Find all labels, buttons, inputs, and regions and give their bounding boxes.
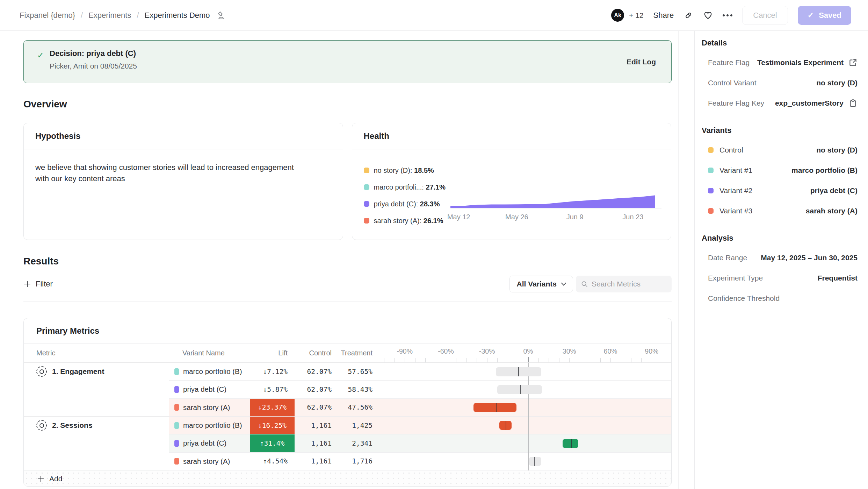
- plus-icon: [23, 280, 31, 288]
- add-metric-button[interactable]: Add: [24, 470, 671, 487]
- variant-name: sarah story (A): [183, 403, 230, 412]
- sidebar-row-label: Variant #2: [719, 186, 752, 195]
- more-options-icon[interactable]: [723, 14, 732, 16]
- metrics-search: [576, 276, 672, 292]
- sidebar-row: Control Variantno story (D): [702, 73, 858, 93]
- health-chart-x-axis: May 12May 26Jun 9Jun 23: [450, 213, 662, 222]
- legend-swatch: [364, 201, 369, 207]
- details-heading: Details: [702, 38, 858, 48]
- external-link-icon[interactable]: [848, 58, 858, 67]
- control-value: 1,161: [295, 453, 332, 470]
- saved-button[interactable]: ✓ Saved: [798, 6, 851, 25]
- variant-swatch: [174, 404, 179, 411]
- search-input[interactable]: [592, 280, 667, 288]
- legend-label: marco portfoli...: 27.1%: [374, 183, 446, 191]
- health-area-chart: May 12May 26Jun 9Jun 23: [450, 160, 662, 229]
- plus-icon: [37, 475, 45, 483]
- table-row[interactable]: marco portfolio (B)↓7.12%62.07%57.65%: [169, 363, 671, 381]
- metric-group[interactable]: 1. Engagement: [24, 363, 169, 417]
- metric-column: 1. Engagement2. Sessions: [24, 363, 169, 470]
- confidence-interval-bar[interactable]: [563, 439, 578, 448]
- variant-color-dot: [708, 168, 714, 173]
- table-row[interactable]: sarah story (A)↑4.54%1,1611,716: [169, 453, 671, 470]
- legend-label: priya debt (C): 28.3%: [374, 200, 440, 208]
- search-icon: [581, 280, 588, 288]
- col-header-metric: Metric: [24, 344, 169, 362]
- sidebar-row-label: Variant #3: [719, 207, 752, 215]
- legend-item[interactable]: no story (D): 18.5%: [364, 162, 450, 179]
- check-icon: ✓: [37, 50, 44, 60]
- table-row[interactable]: marco portfolio (B)↓16.25%1,1611,425: [169, 417, 671, 434]
- lift-value: ↓5.87%: [263, 385, 295, 394]
- edit-log-button[interactable]: Edit Log: [627, 58, 656, 66]
- decision-title: Decision: priya debt (C): [50, 49, 137, 58]
- cancel-button[interactable]: Cancel: [742, 6, 788, 25]
- breadcrumb-project[interactable]: Fixpanel {demo}: [20, 11, 75, 20]
- sidebar-row-value: sarah story (A): [806, 207, 858, 215]
- control-value: 1,161: [295, 417, 332, 434]
- details-sidebar: Details Feature FlagTestimonials Experim…: [694, 31, 868, 489]
- variant-name: marco portfolio (B): [183, 367, 242, 376]
- avatar[interactable]: Ak: [611, 9, 624, 22]
- health-title: Health: [352, 123, 671, 149]
- breadcrumb-experiments[interactable]: Experiments: [88, 11, 131, 20]
- confidence-interval-bar[interactable]: [529, 457, 541, 466]
- collaborators-count[interactable]: + 12: [629, 11, 643, 20]
- sidebar-row: Variant #3sarah story (A): [702, 201, 858, 221]
- area-series-priya-debt-c-: [450, 195, 655, 208]
- variants-dropdown[interactable]: All Variants: [509, 276, 573, 292]
- sidebar-row: Variant #1marco portfolio (B): [702, 160, 858, 180]
- variant-color-dot: [708, 208, 714, 214]
- lift-point-tick: [534, 457, 535, 466]
- treatment-value: 47.56%: [332, 399, 372, 416]
- clipboard-icon[interactable]: [848, 99, 858, 108]
- table-row[interactable]: priya debt (C)↑31.4%1,1612,341: [169, 434, 671, 452]
- table-row[interactable]: sarah story (A)↓23.37%62.07%47.56%: [169, 399, 671, 417]
- sidebar-row-value: Frequentist: [818, 274, 858, 282]
- variant-color-dot: [708, 188, 714, 193]
- confidence-interval-bar[interactable]: [473, 403, 517, 412]
- metric-name: 2. Sessions: [52, 420, 93, 431]
- health-card: Health no story (D): 18.5%marco portfoli…: [352, 123, 672, 240]
- legend-item[interactable]: sarah story (A): 26.1%: [364, 212, 450, 229]
- legend-item[interactable]: priya debt (C): 28.3%: [364, 196, 450, 212]
- legend-label: sarah story (A): 26.1%: [374, 217, 443, 225]
- microscope-icon: [217, 11, 225, 20]
- lift-value: ↑4.54%: [263, 457, 295, 465]
- sidebar-row: Date RangeMay 12, 2025 – Jun 30, 2025: [702, 248, 858, 268]
- variant-name: sarah story (A): [183, 457, 230, 466]
- variant-name: priya debt (C): [183, 385, 226, 394]
- hypothesis-card: Hypothesis we believe that showing custo…: [23, 123, 343, 240]
- copy-link-icon[interactable]: [683, 10, 693, 20]
- share-button[interactable]: Share: [653, 11, 674, 20]
- scroll-gutter: [679, 31, 694, 489]
- sidebar-row-label: Control: [719, 146, 743, 154]
- sidebar-row: Feature FlagTestimonials Experiment: [702, 52, 858, 73]
- lift-value: ↑31.4%: [250, 434, 295, 452]
- top-header: Fixpanel {demo} / Experiments / Experime…: [0, 0, 868, 31]
- legend-item[interactable]: marco portfoli...: 27.1%: [364, 179, 450, 196]
- favorite-heart-icon[interactable]: [703, 10, 713, 20]
- zero-axis-line: [528, 363, 529, 470]
- metric-name: 1. Engagement: [52, 366, 104, 377]
- sidebar-row: Controlno story (D): [702, 140, 858, 160]
- variants-heading: Variants: [702, 126, 858, 135]
- decision-byline: Picker, Amit on 08/05/2025: [50, 62, 137, 70]
- sidebar-row-value: no story (D): [816, 79, 858, 87]
- axis-tick-label: 60%: [604, 347, 617, 355]
- add-filter-button[interactable]: Filter: [23, 279, 53, 289]
- sidebar-row-label: Date Range: [708, 254, 747, 262]
- control-value: 62.07%: [295, 381, 332, 398]
- table-row[interactable]: priya debt (C)↓5.87%62.07%58.43%: [169, 381, 671, 398]
- sidebar-row-value: Testimonials Experiment: [757, 58, 844, 67]
- variant-swatch: [174, 386, 179, 393]
- variant-name: priya debt (C): [183, 439, 226, 447]
- goal-target-icon: [36, 366, 47, 377]
- axis-tick-label: -30%: [479, 347, 495, 355]
- hypothesis-title: Hypothesis: [24, 123, 343, 149]
- sidebar-row: Confidence Threshold: [702, 288, 858, 309]
- lift-axis-ruler: -90%-60%-30%0%30%60%90%: [372, 344, 671, 362]
- metric-group[interactable]: 2. Sessions: [24, 417, 169, 470]
- axis-tick-label: 0%: [523, 347, 533, 355]
- lift-value: ↓16.25%: [250, 417, 295, 434]
